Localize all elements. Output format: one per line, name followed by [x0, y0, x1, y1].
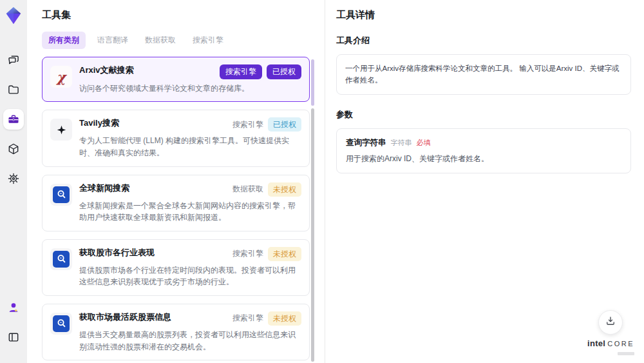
tool-card-most-active-stocks[interactable]: 获取市场最活跃股票信息 搜索引擎 未授权 提供当天交易量最高的股票列表，投资者可…: [42, 304, 310, 360]
tool-detail-panel: 工具详情 工具介绍 一个用于从Arxiv存储库搜索科学论文和文章的工具。 输入可…: [325, 0, 644, 363]
tool-list-panel: 工具集 所有类别 语言翻译 数据获取 搜索引擎 χ Arxiv文献搜索 搜索引擎…: [27, 0, 325, 363]
sidebar-item-models[interactable]: [3, 139, 24, 159]
tab-data-fetch[interactable]: 数据获取: [140, 32, 181, 49]
tool-list: χ Arxiv文献搜索 搜索引擎 已授权 访问各个研究领域大量科学论文和文章的存…: [42, 57, 310, 363]
tool-card-title: Tavily搜索: [79, 117, 119, 130]
category-label: 搜索引擎: [232, 119, 263, 130]
tool-card-title: 获取股市各行业表现: [79, 247, 155, 259]
scrollbar-thumb[interactable]: [311, 59, 314, 106]
download-button[interactable]: [598, 310, 623, 335]
tool-card-description: 专为人工智能代理 (LLM) 构建的搜索引擎工具。可快速提供实时、准确和真实的结…: [79, 135, 301, 159]
app-window: 工具集 所有类别 语言翻译 数据获取 搜索引擎 χ Arxiv文献搜索 搜索引擎…: [0, 0, 644, 363]
folder-icon: [7, 83, 20, 96]
sidebar-item-files[interactable]: [3, 79, 24, 100]
tab-all-categories[interactable]: 所有类别: [42, 32, 86, 49]
category-label: 搜索引擎: [232, 248, 263, 259]
gear-icon: [7, 172, 20, 185]
user-icon: [7, 301, 20, 314]
search-logo-icon: [50, 248, 72, 270]
parameter-description: 用于搜索的Arxiv ID、关键字或作者姓名。: [346, 153, 621, 164]
tool-card-title: 获取市场最活跃股票信息: [79, 311, 171, 324]
category-label: 搜索引擎: [232, 313, 263, 324]
nav-rail: [0, 0, 27, 363]
tab-language-translation[interactable]: 语言翻译: [92, 32, 133, 49]
sidebar-item-chat[interactable]: [3, 50, 24, 70]
auth-status-badge: 未授权: [268, 247, 301, 261]
tool-card-title: Arxiv文献搜索: [79, 64, 134, 77]
tool-card-title: 全球新闻搜索: [79, 182, 129, 195]
panel-toggle-icon: [7, 331, 20, 344]
category-badge[interactable]: 搜索引擎: [220, 64, 262, 79]
category-tabs: 所有类别 语言翻译 数据获取 搜索引擎: [42, 32, 325, 49]
cube-icon: [7, 142, 20, 155]
parameter-required-flag: 必填: [417, 138, 431, 148]
tool-card-description: 提供当天交易量最高的股票列表，投资者可以利用这些信息来识别流动性强的股票和潜在的…: [79, 329, 301, 353]
tool-card-description: 全球新闻搜索是一个聚合全球各大新闻网站内容的搜索引擎，帮助用户快速获取全球最新资…: [79, 200, 301, 224]
arxiv-logo-icon: χ: [50, 66, 72, 88]
app-logo-icon: [4, 6, 23, 25]
sparkle-icon: [50, 119, 72, 141]
corner-widgets: intel core: [587, 310, 634, 355]
download-icon: [605, 315, 616, 329]
intel-logo-subtext: [618, 352, 634, 355]
tool-card-global-news[interactable]: 全球新闻搜索 数据获取 未授权 全球新闻搜索是一个聚合全球各大新闻网站内容的搜索…: [42, 175, 310, 231]
intel-core-logo: intel core: [587, 338, 634, 348]
detail-title: 工具详情: [336, 9, 631, 21]
sidebar-item-collapse[interactable]: [3, 327, 24, 348]
scrollbar-track: [311, 108, 314, 362]
search-logo-icon: [50, 184, 72, 206]
search-logo-icon: [50, 313, 72, 335]
params-heading: 参数: [336, 109, 631, 121]
tool-card-description: 访问各个研究领域大量科学论文和文章的存储库。: [79, 83, 301, 95]
sidebar-item-tools[interactable]: [3, 109, 24, 130]
parameter-name: 查询字符串: [346, 137, 386, 148]
sidebar-item-profile[interactable]: [3, 297, 24, 318]
auth-status-badge: 未授权: [268, 311, 301, 326]
parameter-card: 查询字符串 字符串 必填 用于搜索的Arxiv ID、关键字或作者姓名。: [336, 128, 631, 173]
category-label: 数据获取: [232, 184, 263, 195]
tool-intro-text: 一个用于从Arxiv存储库搜索科学论文和文章的工具。 输入可以是Arxiv ID…: [336, 54, 631, 95]
tool-card-arxiv[interactable]: χ Arxiv文献搜索 搜索引擎 已授权 访问各个研究领域大量科学论文和文章的存…: [42, 57, 310, 102]
auth-status-badge: 未授权: [268, 182, 301, 197]
intro-heading: 工具介绍: [336, 35, 631, 46]
tool-card-sector-performance[interactable]: 获取股市各行业表现 搜索引擎 未授权 提供股票市场各个行业在特定时间段内的表现。…: [42, 239, 310, 296]
sidebar-item-settings[interactable]: [3, 168, 24, 189]
list-scrollbar[interactable]: [311, 59, 314, 363]
auth-status-badge: 已授权: [268, 117, 301, 132]
auth-status-badge[interactable]: 已授权: [267, 64, 301, 79]
tab-search-engine[interactable]: 搜索引擎: [187, 32, 229, 49]
tool-card-tavily[interactable]: Tavily搜索 搜索引擎 已授权 专为人工智能代理 (LLM) 构建的搜索引擎…: [42, 110, 310, 166]
tool-card-description: 提供股票市场各个行业在特定时间段内的表现。投资者可以利用这些信息来识别表现优于或…: [79, 264, 301, 288]
parameter-type: 字符串: [391, 138, 412, 148]
chat-icon: [7, 54, 20, 66]
briefcase-icon: [7, 113, 20, 126]
page-title: 工具集: [42, 9, 325, 21]
